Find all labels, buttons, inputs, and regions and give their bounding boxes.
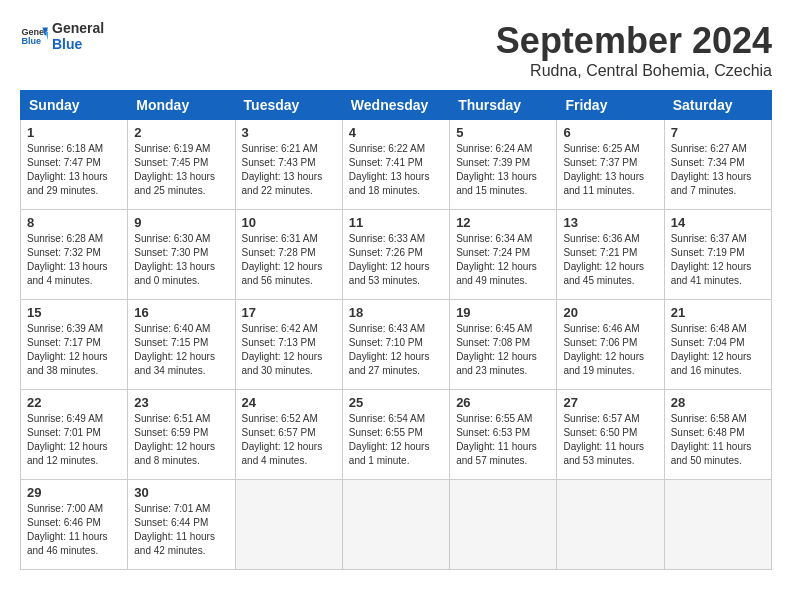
month-title: September 2024 [496,20,772,62]
day-16: 16 Sunrise: 6:40 AMSunset: 7:15 PMDaylig… [128,300,235,390]
day-18: 18 Sunrise: 6:43 AMSunset: 7:10 PMDaylig… [342,300,449,390]
calendar-week-1: 1 Sunrise: 6:18 AMSunset: 7:47 PMDayligh… [21,120,772,210]
day-26: 26 Sunrise: 6:55 AMSunset: 6:53 PMDaylig… [450,390,557,480]
day-empty-3 [450,480,557,570]
day-25: 25 Sunrise: 6:54 AMSunset: 6:55 PMDaylig… [342,390,449,480]
logo-general-text: General [52,20,104,36]
col-thursday: Thursday [450,91,557,120]
calendar-week-3: 15 Sunrise: 6:39 AMSunset: 7:17 PMDaylig… [21,300,772,390]
day-21: 21 Sunrise: 6:48 AMSunset: 7:04 PMDaylig… [664,300,771,390]
day-20: 20 Sunrise: 6:46 AMSunset: 7:06 PMDaylig… [557,300,664,390]
day-3: 3 Sunrise: 6:21 AMSunset: 7:43 PMDayligh… [235,120,342,210]
day-1: 1 Sunrise: 6:18 AMSunset: 7:47 PMDayligh… [21,120,128,210]
day-23: 23 Sunrise: 6:51 AMSunset: 6:59 PMDaylig… [128,390,235,480]
svg-text:Blue: Blue [21,36,41,46]
col-wednesday: Wednesday [342,91,449,120]
calendar-week-2: 8 Sunrise: 6:28 AMSunset: 7:32 PMDayligh… [21,210,772,300]
day-29: 29 Sunrise: 7:00 AMSunset: 6:46 PMDaylig… [21,480,128,570]
day-10: 10 Sunrise: 6:31 AMSunset: 7:28 PMDaylig… [235,210,342,300]
location: Rudna, Central Bohemia, Czechia [496,62,772,80]
page-header: General Blue General Blue September 2024… [20,20,772,80]
day-12: 12 Sunrise: 6:34 AMSunset: 7:24 PMDaylig… [450,210,557,300]
day-8: 8 Sunrise: 6:28 AMSunset: 7:32 PMDayligh… [21,210,128,300]
day-7: 7 Sunrise: 6:27 AMSunset: 7:34 PMDayligh… [664,120,771,210]
day-14: 14 Sunrise: 6:37 AMSunset: 7:19 PMDaylig… [664,210,771,300]
day-4: 4 Sunrise: 6:22 AMSunset: 7:41 PMDayligh… [342,120,449,210]
day-empty-5 [664,480,771,570]
day-30: 30 Sunrise: 7:01 AMSunset: 6:44 PMDaylig… [128,480,235,570]
col-friday: Friday [557,91,664,120]
day-11: 11 Sunrise: 6:33 AMSunset: 7:26 PMDaylig… [342,210,449,300]
calendar-table: Sunday Monday Tuesday Wednesday Thursday… [20,90,772,570]
day-28: 28 Sunrise: 6:58 AMSunset: 6:48 PMDaylig… [664,390,771,480]
logo: General Blue General Blue [20,20,104,52]
day-15: 15 Sunrise: 6:39 AMSunset: 7:17 PMDaylig… [21,300,128,390]
day-5: 5 Sunrise: 6:24 AMSunset: 7:39 PMDayligh… [450,120,557,210]
day-empty-2 [342,480,449,570]
calendar-week-5: 29 Sunrise: 7:00 AMSunset: 6:46 PMDaylig… [21,480,772,570]
day-24: 24 Sunrise: 6:52 AMSunset: 6:57 PMDaylig… [235,390,342,480]
logo-icon: General Blue [20,22,48,50]
day-empty-1 [235,480,342,570]
day-6: 6 Sunrise: 6:25 AMSunset: 7:37 PMDayligh… [557,120,664,210]
col-tuesday: Tuesday [235,91,342,120]
day-27: 27 Sunrise: 6:57 AMSunset: 6:50 PMDaylig… [557,390,664,480]
calendar-week-4: 22 Sunrise: 6:49 AMSunset: 7:01 PMDaylig… [21,390,772,480]
day-empty-4 [557,480,664,570]
logo-blue-text: Blue [52,36,104,52]
calendar-header-row: Sunday Monday Tuesday Wednesday Thursday… [21,91,772,120]
day-22: 22 Sunrise: 6:49 AMSunset: 7:01 PMDaylig… [21,390,128,480]
col-sunday: Sunday [21,91,128,120]
title-section: September 2024 Rudna, Central Bohemia, C… [496,20,772,80]
day-17: 17 Sunrise: 6:42 AMSunset: 7:13 PMDaylig… [235,300,342,390]
col-monday: Monday [128,91,235,120]
day-2: 2 Sunrise: 6:19 AMSunset: 7:45 PMDayligh… [128,120,235,210]
col-saturday: Saturday [664,91,771,120]
day-13: 13 Sunrise: 6:36 AMSunset: 7:21 PMDaylig… [557,210,664,300]
day-9: 9 Sunrise: 6:30 AMSunset: 7:30 PMDayligh… [128,210,235,300]
day-19: 19 Sunrise: 6:45 AMSunset: 7:08 PMDaylig… [450,300,557,390]
